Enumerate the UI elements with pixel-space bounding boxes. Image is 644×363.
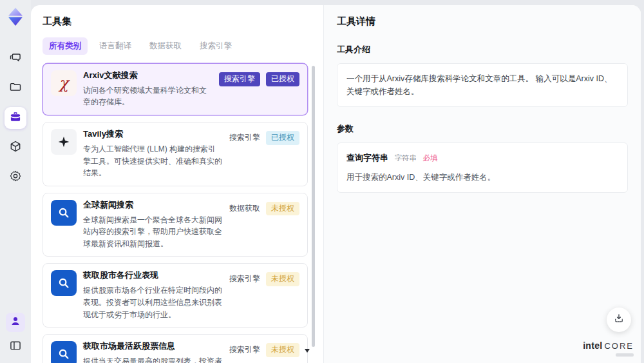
tools-pane: 工具集 所有类别语言翻译数据获取搜索引擎 χ Arxiv文献搜索 访问各个研究领… <box>31 5 323 363</box>
tool-badges: 搜索引擎 已授权 <box>229 131 299 145</box>
sidebar-nav <box>5 48 26 188</box>
star-icon <box>51 129 77 155</box>
brand-intel: intel <box>583 340 602 351</box>
tool-auth-badge: 已授权 <box>266 131 299 145</box>
category-tabs: 所有类别语言翻译数据获取搜索引擎 <box>43 37 308 55</box>
tool-auth-badge: 未授权 <box>266 272 299 286</box>
briefcase-icon <box>9 110 22 126</box>
sidebar-item-profile[interactable] <box>6 313 25 332</box>
tool-detail-pane: 工具详情 工具介绍 一个用于从Arxiv存储库搜索科学论文和文章的工具。 输入可… <box>323 5 641 363</box>
sidebar-item-tools[interactable] <box>5 107 26 129</box>
intel-core-logo: intelcore <box>583 340 634 357</box>
tool-text: 全球新闻搜索 全球新闻搜索是一个聚合全球各大新闻网站内容的搜索引擎，帮助用户快速… <box>83 200 223 250</box>
tool-badges: 搜索引擎 未授权 <box>229 272 299 286</box>
tool-category-badge: 搜索引擎 <box>229 272 260 286</box>
tool-card-tavily-search[interactable]: Tavily搜索 专为人工智能代理 (LLM) 构建的搜索引擎工具。可快速提供实… <box>43 122 308 186</box>
tool-description: 访问各个研究领域大量科学论文和文章的存储库。 <box>83 84 213 108</box>
tool-card-stock-sector-performance[interactable]: 获取股市各行业表现 提供股票市场各个行业在特定时间段内的表现。投资者可以利用这些… <box>43 263 308 328</box>
tool-card-most-active-stocks[interactable]: 获取市场最活跃股票信息 提供当天交易量最高的股票列表，投资者可以利用这些信息来识… <box>43 334 308 363</box>
tool-card-arxiv-search[interactable]: χ Arxiv文献搜索 访问各个研究领域大量科学论文和文章的存储库。 搜索引擎 … <box>43 63 308 115</box>
tab-search-engine[interactable]: 搜索引擎 <box>193 37 238 55</box>
magnifier-icon <box>51 270 77 296</box>
sidebar-item-chat[interactable] <box>5 48 26 70</box>
sidebar-item-folder[interactable] <box>5 77 26 99</box>
tool-text: 获取股市各行业表现 提供股票市场各个行业在特定时间段内的表现。投资者可以利用这些… <box>83 270 223 320</box>
param-type: 字符串 <box>394 154 417 162</box>
scroll-down-arrow[interactable] <box>305 349 310 353</box>
tool-title: 全球新闻搜索 <box>83 200 223 211</box>
sidebar-item-plugins[interactable] <box>5 137 26 159</box>
sidebar <box>0 0 31 363</box>
intro-heading: 工具介绍 <box>337 44 628 55</box>
tool-auth-badge: 已授权 <box>266 72 299 86</box>
tool-description: 提供股票市场各个行业在特定时间段内的表现。投资者可以利用这些信息来识别表现优于或… <box>83 284 223 320</box>
tool-text: Tavily搜索 专为人工智能代理 (LLM) 构建的搜索引擎工具。可快速提供实… <box>83 129 223 179</box>
tool-category-badge: 搜索引擎 <box>219 72 260 86</box>
detail-title: 工具详情 <box>337 15 628 28</box>
panel-toggle-icon <box>9 339 22 355</box>
app-logo-gem <box>5 6 26 27</box>
sidebar-item-collapse[interactable] <box>5 336 26 358</box>
param-required-badge: 必填 <box>422 154 437 162</box>
arxiv-logo-icon: χ <box>51 70 77 96</box>
tool-title: Tavily搜索 <box>83 129 223 140</box>
tool-title: 获取市场最活跃股票信息 <box>83 341 223 352</box>
download-icon <box>613 313 625 327</box>
gear-icon <box>9 170 22 185</box>
tool-text: Arxiv文献搜索 访问各个研究领域大量科学论文和文章的存储库。 <box>83 70 213 108</box>
content-shell: 工具集 所有类别语言翻译数据获取搜索引擎 χ Arxiv文献搜索 访问各个研究领… <box>31 5 641 363</box>
param-header: 查询字符串 字符串 必填 <box>346 152 618 165</box>
user-icon <box>10 315 21 329</box>
intro-text: 一个用于从Arxiv存储库搜索科学论文和文章的工具。 输入可以是Arxiv ID… <box>346 74 612 96</box>
tool-badges: 搜索引擎 未授权 <box>229 343 299 357</box>
sidebar-item-settings[interactable] <box>5 166 26 188</box>
download-button[interactable] <box>607 308 631 332</box>
list-scrollbar[interactable] <box>312 66 315 347</box>
params-heading: 参数 <box>337 123 628 135</box>
magnifier-icon <box>51 200 77 226</box>
brand-core: core <box>604 341 634 351</box>
tool-title: 获取股市各行业表现 <box>83 270 223 281</box>
cube-icon <box>9 140 22 155</box>
tool-description: 全球新闻搜索是一个聚合全球各大新闻网站内容的搜索引擎，帮助用户快速获取全球最新资… <box>83 214 223 250</box>
tool-list: χ Arxiv文献搜索 访问各个研究领域大量科学论文和文章的存储库。 搜索引擎 … <box>43 63 308 363</box>
param-box: 查询字符串 字符串 必填 用于搜索的Arxiv ID、关键字或作者姓名。 <box>337 142 628 193</box>
param-name: 查询字符串 <box>346 153 388 162</box>
chat-icon <box>9 51 22 66</box>
tab-data-fetch[interactable]: 数据获取 <box>143 37 188 55</box>
brand-subtext-bar <box>616 353 634 357</box>
tool-auth-badge: 未授权 <box>266 202 299 216</box>
param-description: 用于搜索的Arxiv ID、关键字或作者姓名。 <box>346 171 618 184</box>
tool-description: 提供当天交易量最高的股票列表，投资者可以利用这些信息来识别流动性强的股票和潜在的… <box>83 355 223 363</box>
tool-auth-badge: 未授权 <box>266 343 299 357</box>
tool-badges: 数据获取 未授权 <box>229 202 299 216</box>
page-title: 工具集 <box>43 15 308 28</box>
tool-category-badge: 数据获取 <box>229 202 260 216</box>
sidebar-bottom <box>0 313 31 358</box>
tool-description: 专为人工智能代理 (LLM) 构建的搜索引擎工具。可快速提供实时、准确和真实的结… <box>83 143 223 179</box>
tool-title: Arxiv文献搜索 <box>83 70 213 81</box>
intro-box: 一个用于从Arxiv存储库搜索科学论文和文章的工具。 输入可以是Arxiv ID… <box>337 63 628 107</box>
tool-badges: 搜索引擎 已授权 <box>219 72 299 86</box>
tool-category-badge: 搜索引擎 <box>229 131 260 145</box>
tool-category-badge: 搜索引擎 <box>229 343 260 357</box>
magnifier-icon <box>51 341 77 363</box>
tool-text: 获取市场最活跃股票信息 提供当天交易量最高的股票列表，投资者可以利用这些信息来识… <box>83 341 223 363</box>
folder-icon <box>9 81 22 96</box>
tool-card-global-news-search[interactable]: 全球新闻搜索 全球新闻搜索是一个聚合全球各大新闻网站内容的搜索引擎，帮助用户快速… <box>43 193 308 257</box>
tab-all-categories[interactable]: 所有类别 <box>43 37 88 55</box>
tab-language-translation[interactable]: 语言翻译 <box>93 37 138 55</box>
